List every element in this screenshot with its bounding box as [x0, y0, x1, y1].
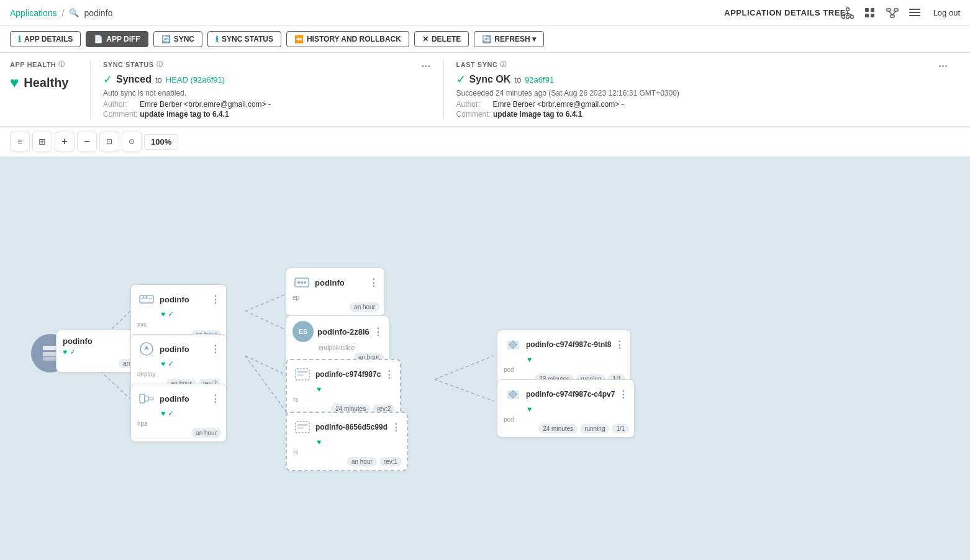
pod1-icon: [504, 335, 522, 354]
zoom-out-button[interactable]: −: [77, 132, 97, 151]
rs1-icon: [293, 365, 312, 384]
hpa-menu[interactable]: ⋮: [211, 393, 220, 404]
es-avatar: ES: [292, 321, 314, 342]
root-check: ✓: [70, 348, 76, 356]
svg-rect-8: [865, 8, 869, 12]
svg-rect-45: [297, 371, 307, 373]
rs2-node[interactable]: podinfo-8656d5c99d ⋮ ♥ rs an hour rev:1: [286, 412, 408, 471]
list-view-button[interactable]: ≡: [10, 132, 30, 151]
canvas-area: podinfo ⋮ ♥ ✓ an hour podinfo ⋮: [0, 157, 970, 560]
delete-icon: ✕: [422, 35, 428, 43]
history-icon: ⏪: [294, 35, 304, 43]
svg-point-42: [301, 281, 303, 284]
svg-rect-11: [871, 14, 874, 17]
header-title: APPLICATION DETAILS TREE: [724, 8, 846, 17]
last-sync-author-label: Author:: [456, 100, 491, 109]
pod1-menu[interactable]: ⋮: [615, 339, 624, 350]
sync-author-label: Author:: [103, 100, 137, 109]
pod2-type: pod: [504, 416, 514, 423]
hpa-time: an hour: [191, 428, 221, 438]
sync-status-icon: ℹ: [215, 35, 219, 43]
sync-head-link[interactable]: HEAD (92a6f91): [166, 75, 225, 84]
svg-point-41: [297, 281, 300, 284]
last-sync-author-value: Emre Berber <brbr.emre@gmail.com> -: [493, 100, 624, 109]
sync-status-more[interactable]: ···: [422, 60, 431, 73]
last-sync-commit-link[interactable]: 92a6f91: [525, 75, 554, 84]
endpointslice-type: endpointslice: [319, 345, 355, 351]
rs1-menu[interactable]: ⋮: [384, 369, 394, 380]
rs1-node[interactable]: podinfo-c974f987c ⋮ ♥ rs 24 minutes rev:…: [286, 359, 401, 418]
svg-rect-12: [887, 9, 891, 11]
svg-rect-9: [871, 8, 874, 12]
endpointslice-menu[interactable]: ⋮: [373, 326, 383, 337]
deploy-name: podinfo: [160, 345, 207, 354]
svc-menu[interactable]: ⋮: [211, 294, 220, 305]
rs1-type: rs: [293, 396, 298, 403]
app-details-button[interactable]: ℹ APP DETAILS: [10, 31, 81, 47]
history-button[interactable]: ⏪ HISTORY AND ROLLBACK: [286, 31, 409, 47]
pod2-ratio: 1/1: [612, 424, 629, 433]
image-view-button[interactable]: ⊞: [32, 132, 52, 151]
ep-menu[interactable]: ⋮: [369, 277, 378, 288]
rs2-menu[interactable]: ⋮: [391, 422, 401, 433]
svc-type: svc: [137, 321, 147, 328]
zoom-fit-button[interactable]: ⊡: [99, 132, 119, 151]
endpointslice-name: podinfo-2z8l6: [317, 327, 369, 336]
app-health-section: APP HEALTH ⓘ ♥ Healthy: [10, 60, 91, 119]
last-sync-more[interactable]: ···: [938, 60, 948, 73]
hpa-icon: [137, 389, 156, 408]
logout-button[interactable]: Log out: [933, 8, 960, 17]
svg-point-3: [850, 15, 853, 18]
sync-status-button[interactable]: ℹ SYNC STATUS: [207, 31, 281, 47]
pod2-node[interactable]: podinfo-c974f987c-c4pv7 ⋮ ♥ pod 24 minut…: [497, 379, 635, 438]
svg-line-28: [435, 379, 494, 401]
pod2-time: 24 minutes: [538, 424, 578, 433]
sync-comment-label: Comment:: [103, 110, 137, 119]
grid-icon[interactable]: [861, 4, 879, 22]
hpa-type: hpa: [137, 420, 148, 427]
svg-point-35: [146, 296, 148, 298]
header-right: Log out: [839, 4, 960, 22]
svc-icon: [137, 290, 156, 309]
last-sync-succeeded: Succeeded 24 minutes ago (Sat Aug 26 202…: [456, 89, 938, 97]
sync-status-section: SYNC STATUS ⓘ ✓ Synced to HEAD (92a6f91)…: [91, 60, 444, 119]
deploy-menu[interactable]: ⋮: [211, 343, 220, 355]
svg-rect-46: [297, 374, 304, 376]
pod2-menu[interactable]: ⋮: [619, 389, 628, 400]
zoom-reset-button[interactable]: ⊙: [122, 132, 142, 151]
delete-button[interactable]: ✕ DELETE: [414, 31, 469, 47]
list-icon[interactable]: [906, 4, 923, 22]
root-heart: ♥: [63, 348, 67, 356]
svg-rect-48: [297, 424, 307, 426]
sync-author-value: Emre Berber <brbr.emre@gmail.com> -: [140, 100, 271, 109]
health-heart-icon: ♥: [10, 74, 19, 91]
ep-node[interactable]: podinfo ⋮ ep an hour: [286, 268, 385, 316]
last-sync-section: LAST SYNC ⓘ ✓ Sync OK to 92a6f91 Succeed…: [444, 60, 960, 119]
svg-rect-49: [297, 427, 304, 429]
svg-rect-10: [865, 14, 869, 17]
health-value: Healthy: [24, 76, 68, 90]
zoom-in-button[interactable]: +: [55, 132, 75, 151]
pod2-status: running: [580, 424, 609, 433]
network-icon[interactable]: [884, 4, 901, 22]
svg-point-34: [143, 296, 145, 298]
last-sync-comment-value: update image tag to 6.4.1: [493, 110, 582, 119]
svg-rect-14: [891, 15, 894, 17]
header: Applications / 🔍 podinfo APPLICATION DET…: [0, 0, 970, 26]
ep-time: an hour: [350, 302, 379, 312]
sync-status-label: SYNC STATUS ⓘ: [103, 60, 422, 69]
last-sync-info-icon: ⓘ: [500, 60, 507, 69]
sync-button[interactable]: 🔄 SYNC: [153, 31, 202, 47]
refresh-icon: 🔄: [482, 35, 491, 43]
last-sync-label: LAST SYNC ⓘ: [456, 60, 938, 69]
svg-point-0: [846, 7, 849, 11]
last-sync-ok-icon: ✓: [456, 73, 466, 86]
svg-rect-17: [909, 9, 920, 10]
refresh-button[interactable]: 🔄 REFRESH ▾: [474, 31, 544, 47]
app-diff-button[interactable]: 📄 APP DIFF: [86, 31, 148, 47]
hpa-node[interactable]: podinfo ⋮ ♥ ✓ hpa an hour: [130, 384, 227, 442]
svg-rect-38: [145, 396, 148, 401]
applications-link[interactable]: Applications: [10, 8, 57, 18]
pod2-icon: [504, 385, 522, 404]
sync-info-icon: ⓘ: [156, 60, 163, 69]
